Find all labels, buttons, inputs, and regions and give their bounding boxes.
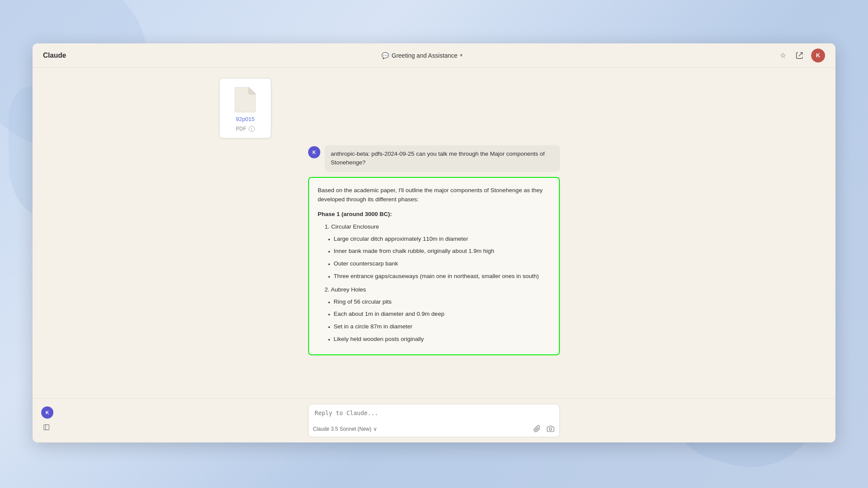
bullet-text: Each about 1m in diameter and 0.9m deep bbox=[334, 309, 444, 320]
bullet-item: • Outer counterscarp bank bbox=[328, 259, 550, 269]
model-selector-button[interactable]: Claude 3.5 Sonnet (New) ∨ bbox=[313, 426, 377, 432]
item-2-label: Aubrey Holes bbox=[331, 286, 366, 293]
bullet-text: Likely held wooden posts originally bbox=[334, 334, 424, 345]
bullet-item: • Ring of 56 circular pits bbox=[328, 297, 550, 308]
svg-rect-2 bbox=[44, 425, 49, 430]
user-message-bubble: anthropic-beta: pdfs-2024-09-25 can you … bbox=[325, 145, 560, 172]
share-icon bbox=[796, 52, 803, 59]
bullet-icon: • bbox=[328, 260, 330, 269]
header-left: Claude bbox=[43, 52, 66, 59]
bullet-text: Inner bank made from chalk rubble, origi… bbox=[334, 246, 494, 257]
bullet-icon: • bbox=[328, 323, 330, 332]
bullet-text: Ring of 56 circular pits bbox=[334, 297, 392, 308]
pdf-label-row: PDF i bbox=[236, 126, 255, 132]
pdf-label-text: PDF bbox=[236, 126, 247, 132]
star-button[interactable]: ☆ bbox=[778, 49, 788, 61]
bullet-item: • Set in a circle 87m in diameter bbox=[328, 322, 550, 332]
item-1-label: Circular Enclosure bbox=[331, 223, 379, 230]
header: Claude 💬 Greeting and Assistance ▾ ☆ K bbox=[33, 43, 835, 68]
camera-button[interactable] bbox=[546, 424, 555, 433]
svg-line-0 bbox=[799, 52, 802, 56]
reply-input[interactable] bbox=[309, 404, 559, 420]
item-2-number: 2. bbox=[325, 286, 331, 293]
user-avatar-button[interactable]: K bbox=[811, 49, 825, 62]
app-title: Claude bbox=[43, 52, 66, 59]
file-icon bbox=[235, 87, 256, 112]
bullet-icon: • bbox=[328, 272, 330, 282]
conversation-title-area[interactable]: 💬 Greeting and Assistance ▾ bbox=[381, 52, 463, 59]
star-icon: ☆ bbox=[780, 51, 786, 59]
bullet-icon: • bbox=[328, 235, 330, 245]
bullet-icon: • bbox=[328, 335, 330, 345]
bullet-item: • Each about 1m in diameter and 0.9m dee… bbox=[328, 309, 550, 320]
chevron-down-icon: ▾ bbox=[460, 52, 463, 58]
avatar-label: K bbox=[816, 52, 820, 59]
item-1-heading: 1. Circular Enclosure bbox=[325, 222, 550, 232]
attachment-button[interactable] bbox=[533, 424, 542, 433]
bullet-text: Three entrance gaps/causeways (main one … bbox=[334, 272, 539, 282]
share-button[interactable] bbox=[794, 50, 805, 61]
user-message-text: anthropic-beta: pdfs-2024-09-25 can you … bbox=[331, 151, 545, 166]
conversation-icon: 💬 bbox=[381, 52, 389, 59]
conversation-title: Greeting and Assistance bbox=[391, 52, 457, 59]
input-bottom-row: Claude 3.5 Sonnet (New) ∨ bbox=[309, 422, 559, 437]
bullet-text: Large circular ditch approximately 110m … bbox=[334, 234, 468, 245]
item-1-number: 1. bbox=[325, 223, 331, 230]
model-chevron-icon: ∨ bbox=[373, 426, 377, 432]
item-2-heading: 2. Aubrey Holes bbox=[325, 285, 550, 295]
bullet-icon: • bbox=[328, 247, 330, 257]
sidebar-toggle-button[interactable] bbox=[41, 422, 52, 434]
bullet-item: • Large circular ditch approximately 110… bbox=[328, 234, 550, 245]
pdf-attachment: 92p015 PDF i bbox=[219, 78, 271, 138]
bullet-item: • Inner bank made from chalk rubble, ori… bbox=[328, 246, 550, 257]
model-label: Claude 3.5 Sonnet (New) bbox=[313, 426, 372, 432]
response-intro: Based on the academic paper, I'll outlin… bbox=[318, 186, 550, 204]
pdf-filename: 92p015 bbox=[236, 116, 254, 122]
sidebar-icon bbox=[43, 424, 50, 431]
pdf-info-icon[interactable]: i bbox=[249, 126, 255, 132]
messages-wrapper: K anthropic-beta: pdfs-2024-09-25 can yo… bbox=[308, 145, 560, 355]
bullet-icon: • bbox=[328, 298, 330, 308]
svg-point-1 bbox=[549, 428, 552, 430]
bullet-text: Outer counterscarp bank bbox=[334, 259, 398, 269]
user-message: K anthropic-beta: pdfs-2024-09-25 can yo… bbox=[308, 145, 560, 172]
user-avatar: K bbox=[308, 146, 320, 158]
assistant-response: Based on the academic paper, I'll outlin… bbox=[308, 177, 560, 356]
input-container: Claude 3.5 Sonnet (New) ∨ bbox=[308, 404, 560, 437]
input-actions bbox=[533, 424, 555, 433]
bottom-user-avatar[interactable]: K bbox=[41, 406, 53, 419]
bullet-item: • Likely held wooden posts originally bbox=[328, 334, 550, 345]
content-area: 92p015 PDF i K anthropic-beta: pdfs-2024… bbox=[33, 68, 835, 398]
bullet-item: • Three entrance gaps/causeways (main on… bbox=[328, 272, 550, 282]
attachment-icon bbox=[533, 425, 541, 432]
input-bar: Claude 3.5 Sonnet (New) ∨ bbox=[33, 398, 835, 442]
bullet-icon: • bbox=[328, 310, 330, 320]
bullet-text: Set in a circle 87m in diameter bbox=[334, 322, 413, 332]
camera-icon bbox=[547, 425, 554, 432]
phase1-heading: Phase 1 (around 3000 BC): bbox=[318, 210, 550, 219]
main-window: Claude 💬 Greeting and Assistance ▾ ☆ K bbox=[33, 43, 835, 442]
header-actions: ☆ K bbox=[778, 49, 825, 62]
